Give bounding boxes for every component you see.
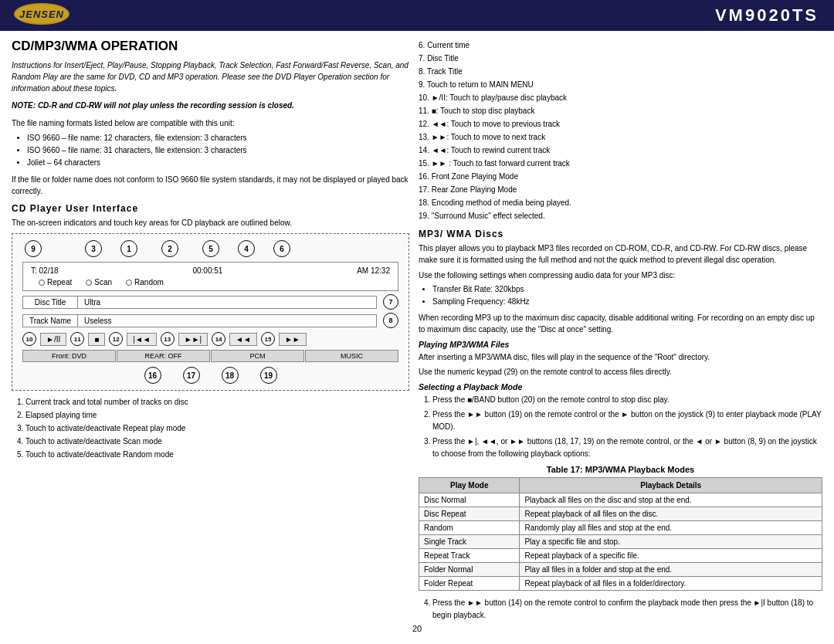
ctrl-btn-prev[interactable]: |◄◄: [127, 333, 156, 346]
status-music: MUSIC: [305, 350, 398, 362]
list-item-3: Touch to activate/deactivate Repeat play…: [25, 422, 409, 435]
right-list-item-19: 19. "Surround Music" effect selected.: [419, 209, 822, 222]
track-name-label: Track Name: [22, 314, 78, 327]
num-18: 18: [222, 367, 239, 384]
bottom-numbers-row: 16 17 18 19: [19, 367, 402, 384]
playback-table: Play Mode Playback Details Disc Normal P…: [419, 477, 822, 591]
disc-title-value: Ultra: [78, 296, 377, 309]
right-list-item-15: 15. ►► : Touch to fast forward current t…: [419, 157, 822, 170]
badge-7: 7: [383, 294, 398, 310]
radio-row: Repeat Scan Random: [31, 278, 390, 286]
right-list-item-16: 16. Front Zone Playing Mode: [419, 170, 822, 183]
file-naming-intro: The file naming formats listed below are…: [12, 117, 409, 129]
right-list-item-6: 6. Current time: [419, 39, 822, 52]
track-name-row: Track Name Useless 8: [22, 313, 398, 328]
mp3-desc: This player allows you to playback MP3 f…: [419, 242, 822, 266]
ctrl-num-12: 12: [109, 332, 123, 346]
right-list-item-11: 11. ■: Touch to stop disc playback: [419, 104, 822, 117]
right-list-item-10: 10. ►/II: Touch to play/pause disc playb…: [419, 91, 822, 104]
time-display: 00:00:51: [192, 266, 222, 275]
display-row: T: 02/18 00:00:51 AM 12:32: [31, 266, 390, 275]
ctrl-num-14: 14: [212, 332, 225, 346]
disc-title-row: Disc Title Ultra 7: [22, 294, 398, 310]
table-header-mode: Play Mode: [419, 478, 520, 493]
right-list-item-8: 8. Track Title: [419, 65, 822, 78]
table-row: Folder Repeat Repeat playback of all fil…: [419, 577, 822, 591]
right-list-item-13: 13. ►►: Touch to move to next track: [419, 130, 822, 144]
ctrl-btn-stop[interactable]: ■: [88, 333, 105, 346]
right-list-item-9: 9. Touch to return to MAIN MENU: [419, 78, 822, 91]
file-format-3: Joliet – 64 characters: [27, 157, 409, 169]
details-cell: Repeat playback of a specific file.: [520, 549, 822, 563]
mode-cell: Disc Repeat: [419, 507, 520, 521]
right-list-item-12: 12. ◄◄: Touch to move to previous track: [419, 117, 822, 130]
details-cell: Play all files in a folder and stop at t…: [520, 563, 822, 577]
ampm-display: AM 12:32: [357, 266, 390, 275]
table-row: Folder Normal Play all files in a folder…: [419, 563, 822, 577]
mode-cell: Folder Repeat: [419, 577, 520, 591]
ctrl-btn-playpause[interactable]: ►/II: [40, 333, 66, 346]
controls-row: 10 ►/II 11 ■ 12 |◄◄ 13 ►►| 14 ◄◄ 15 ►►: [22, 332, 398, 346]
ctrl-btn-ff[interactable]: ►►: [279, 333, 307, 346]
ctrl-btn-rewind[interactable]: ◄◄: [229, 333, 257, 346]
steps-list: Press the ■/BAND button (20) on the remo…: [432, 394, 822, 460]
track-name-value: Useless: [78, 314, 377, 327]
table-row: Repeat Track Repeat playback of a specif…: [419, 549, 822, 563]
num-16: 16: [144, 367, 161, 384]
table-row: Disc Repeat Repeat playback of all files…: [419, 507, 822, 521]
table-row: Single Track Play a specific file and st…: [419, 535, 822, 549]
settings-intro: Use the following settings when compress…: [419, 269, 822, 281]
cd-ui-box: 9 3 1 2 5 4 6 T: 02/18: [12, 233, 409, 391]
setting-1: Transfer Bit Rate: 320kbps: [432, 283, 822, 296]
num-17: 17: [183, 367, 200, 384]
page-title: CD/MP3/WMA OPERATION: [12, 39, 409, 54]
left-column: CD/MP3/WMA OPERATION Instructions for In…: [12, 39, 409, 622]
mode-cell: Folder Normal: [419, 563, 520, 577]
recording-note: When recording MP3 up to the maximum dis…: [419, 312, 822, 335]
setting-2: Sampling Frequency: 48kHz: [432, 296, 822, 308]
list-item-5: Touch to activate/deactivate Random mode: [25, 448, 409, 461]
numeric-note: Use the numeric keypad (29) on the remot…: [419, 366, 822, 378]
table-title: Table 17: MP3/WMA Playback Modes: [419, 465, 822, 474]
num-2: 2: [161, 240, 178, 257]
playing-files-text: After inserting a MP3/WMA disc, files wi…: [419, 351, 822, 363]
ctrl-num-10: 10: [22, 332, 36, 346]
details-cell: Repeat playback of all files on the disc…: [520, 507, 822, 521]
radio-scan: Scan: [86, 278, 112, 286]
file-format-1: ISO 9660 – file name: 12 characters, fil…: [27, 132, 409, 144]
list-item-4: Touch to activate/deactivate Scan mode: [25, 435, 409, 448]
numbered-list: Current track and total number of tracks…: [25, 395, 409, 461]
note-text: NOTE: CD-R and CD-RW will not play unles…: [12, 100, 409, 111]
details-cell: Randomly play all files and stop at the …: [520, 521, 822, 535]
ctrl-num-13: 13: [161, 332, 175, 346]
step-1: Press the ■/BAND button (20) on the remo…: [432, 394, 822, 406]
step4-list: Press the ►► button (14) on the remote c…: [432, 597, 822, 622]
status-rear: REAR: OFF: [117, 350, 210, 362]
badge-8: 8: [383, 313, 398, 328]
settings-list: Transfer Bit Rate: 320kbps Sampling Freq…: [432, 283, 822, 308]
right-list-item-18: 18. Encoding method of media being playe…: [419, 196, 822, 209]
mode-cell: Single Track: [419, 535, 520, 549]
file-format-2: ISO 9660 – file name: 31 characters, fil…: [27, 144, 409, 157]
status-pcm: PCM: [211, 350, 304, 362]
mode-cell: Repeat Track: [419, 549, 520, 563]
num-9: 9: [25, 240, 42, 257]
status-bar: Front: DVD REAR: OFF PCM MUSIC: [22, 350, 398, 362]
track-display: T: 02/18: [31, 266, 59, 275]
step-4: Press the ►► button (14) on the remote c…: [432, 597, 822, 622]
details-cell: Repeat playback of all files in a folder…: [520, 577, 822, 591]
logo: JENSEN: [14, 3, 70, 25]
right-items-list: 6. Current time 7. Disc Title 8. Track T…: [419, 39, 822, 222]
selecting-mode-title: Selecting a Playback Mode: [419, 382, 822, 391]
num-6: 6: [273, 240, 290, 257]
mode-cell: Disc Normal: [419, 493, 520, 507]
cd-player-section-title: CD Player User Interface: [12, 203, 409, 214]
step-3: Press the ►|, ◄◄, or ►► buttons (18, 17,…: [432, 436, 822, 460]
playing-files-title: Playing MP3/WMA Files: [419, 340, 822, 349]
num-1: 1: [120, 240, 137, 257]
num-5: 5: [202, 240, 219, 257]
file-naming-note: If the file or folder name does not conf…: [12, 174, 409, 197]
ctrl-btn-next[interactable]: ►►|: [178, 333, 208, 346]
ctrl-num-11: 11: [70, 332, 84, 346]
model-number: VM9020TS: [715, 5, 819, 25]
